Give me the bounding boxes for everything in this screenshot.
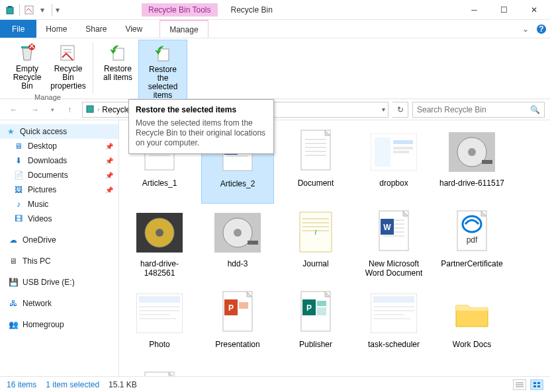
desktop-icon: 🖥	[13, 141, 24, 151]
menu-view[interactable]: View	[116, 20, 152, 38]
file-thumbnail: P	[292, 290, 340, 337]
svg-rect-37	[375, 137, 390, 167]
file-item[interactable]: PPublisher	[279, 287, 352, 365]
tooltip-body: Move the selected items from the Recycle…	[136, 118, 267, 148]
restore-all-icon	[107, 42, 128, 63]
details-view-button[interactable]	[513, 379, 526, 390]
svg-text:W: W	[383, 223, 391, 232]
sidebar-onedrive[interactable]: ☁OneDrive	[0, 233, 118, 247]
file-thumbnail: pdf	[448, 209, 496, 256]
menu-bar: File Home Share View Manage ⌄ ?	[0, 20, 550, 38]
svg-rect-101	[537, 382, 540, 384]
ribbon-collapse-icon[interactable]: ⌄	[518, 20, 533, 38]
back-button[interactable]: ←	[5, 102, 23, 118]
svg-rect-2	[25, 6, 33, 14]
qat-dropdown-icon[interactable]: ▾	[36, 4, 48, 16]
svg-rect-51	[248, 241, 258, 245]
svg-rect-38	[393, 140, 413, 144]
title-bar: ▾ ▾ Recycle Bin Tools Recycle Bin ─ ☐ ✕	[0, 0, 550, 20]
address-row: ← → ▾ ↑ › Recycle ▾ ↻ 🔍	[0, 99, 550, 120]
address-dropdown-icon[interactable]: ▾	[382, 106, 385, 113]
svg-rect-44	[482, 160, 492, 164]
file-thumbnail	[448, 128, 496, 176]
sidebar-downloads[interactable]: ⬇Downloads📌	[0, 153, 118, 168]
tooltip-title: Restore the selected items	[136, 105, 267, 114]
file-list[interactable]: WArticles_1WArticles_2Documentdropboxhar…	[119, 120, 550, 387]
file-name: hard-drive-1482561	[126, 259, 193, 278]
status-count: 16 items	[7, 380, 36, 389]
up-button[interactable]: ↑	[61, 102, 78, 118]
sidebar-quick-access[interactable]: ★Quick access	[0, 124, 118, 139]
sidebar-usb[interactable]: 💾USB Drive (E:)	[0, 275, 118, 290]
search-icon[interactable]: 🔍	[530, 105, 540, 114]
recycle-bin-icon	[85, 104, 95, 115]
nav-sidebar: ★Quick access 🖥Desktop📌 ⬇Downloads📌 📄Doc…	[0, 120, 119, 387]
file-item[interactable]: ıJournal	[279, 206, 352, 284]
restore-selected-icon	[152, 43, 173, 64]
sidebar-documents[interactable]: 📄Documents📌	[0, 168, 118, 182]
svg-rect-8	[61, 46, 74, 60]
sidebar-pictures[interactable]: 🖼Pictures📌	[0, 182, 118, 197]
svg-rect-39	[393, 147, 413, 149]
svg-rect-13	[87, 106, 93, 112]
menu-share[interactable]: Share	[76, 20, 116, 38]
svg-rect-78	[239, 302, 248, 309]
file-name: Journal	[302, 259, 328, 268]
pin-icon: 📌	[105, 172, 113, 179]
recycle-bin-icon	[4, 4, 16, 16]
network-icon: 🖧	[8, 298, 19, 309]
sidebar-network[interactable]: 🖧Network	[0, 296, 118, 311]
file-item[interactable]: hard-drive-611517	[435, 126, 508, 204]
file-item[interactable]: task-scheduler	[357, 287, 430, 365]
sidebar-music[interactable]: ♪Music	[0, 197, 118, 212]
recycle-bin-properties-button[interactable]: Recycle Bin properties	[48, 40, 89, 93]
sidebar-homegroup[interactable]: 👥Homegroup	[0, 317, 118, 332]
empty-recycle-bin-button[interactable]: ✕ Empty Recycle Bin	[7, 40, 48, 93]
minimize-button[interactable]: ─	[459, 0, 489, 20]
status-selected: 1 item selected	[46, 380, 99, 389]
svg-point-50	[234, 229, 242, 237]
file-item[interactable]: PPresentation	[201, 287, 274, 365]
file-item[interactable]: dropbox	[357, 126, 430, 204]
chevron-right-icon[interactable]: ›	[97, 106, 99, 113]
svg-text:P: P	[228, 303, 234, 313]
svg-rect-103	[537, 385, 540, 387]
svg-text:ı: ı	[314, 227, 316, 237]
search-input[interactable]	[417, 105, 530, 114]
file-item[interactable]: hard-drive-1482561	[123, 206, 196, 284]
file-thumbnail	[136, 209, 183, 256]
search-box[interactable]: 🔍	[412, 102, 545, 118]
menu-file[interactable]: File	[0, 20, 36, 38]
close-button[interactable]: ✕	[519, 0, 549, 20]
sidebar-this-pc[interactable]: 🖥This PC	[0, 254, 118, 268]
properties-icon[interactable]	[23, 4, 35, 16]
maximize-button[interactable]: ☐	[489, 0, 519, 20]
file-item[interactable]: WNew Microsoft Word Document	[357, 206, 430, 284]
menu-manage[interactable]: Manage	[160, 20, 208, 38]
forward-button[interactable]: →	[26, 102, 44, 118]
restore-all-button[interactable]: Restore all items	[97, 40, 138, 103]
properties-icon	[58, 42, 79, 63]
svg-rect-85	[373, 296, 414, 303]
svg-text:pdf: pdf	[467, 235, 478, 245]
file-thumbnail: W	[370, 209, 418, 256]
file-name: dropbox	[379, 178, 408, 188]
file-item[interactable]: Document	[279, 126, 352, 204]
file-item[interactable]: Work Docs	[435, 287, 508, 365]
recent-dropdown[interactable]: ▾	[48, 102, 57, 118]
breadcrumb[interactable]: Recycle	[102, 105, 130, 114]
sidebar-desktop[interactable]: 🖥Desktop📌	[0, 139, 118, 153]
file-item[interactable]: pdfPartnerCertificate	[435, 206, 508, 284]
file-item[interactable]: Photo	[123, 287, 196, 365]
help-icon[interactable]: ?	[533, 20, 550, 38]
icons-view-button[interactable]	[530, 379, 543, 390]
menu-home[interactable]: Home	[36, 20, 76, 38]
file-thumbnail: ı	[292, 209, 340, 256]
status-size: 15.1 KB	[109, 380, 137, 389]
file-item[interactable]: hdd-3	[201, 206, 274, 284]
restore-selected-button[interactable]: Restore the selected items	[138, 40, 187, 103]
svg-rect-83	[317, 307, 326, 315]
music-icon: ♪	[13, 199, 24, 210]
sidebar-videos[interactable]: 🎞Videos	[0, 212, 118, 226]
refresh-button[interactable]: ↻	[392, 102, 408, 118]
